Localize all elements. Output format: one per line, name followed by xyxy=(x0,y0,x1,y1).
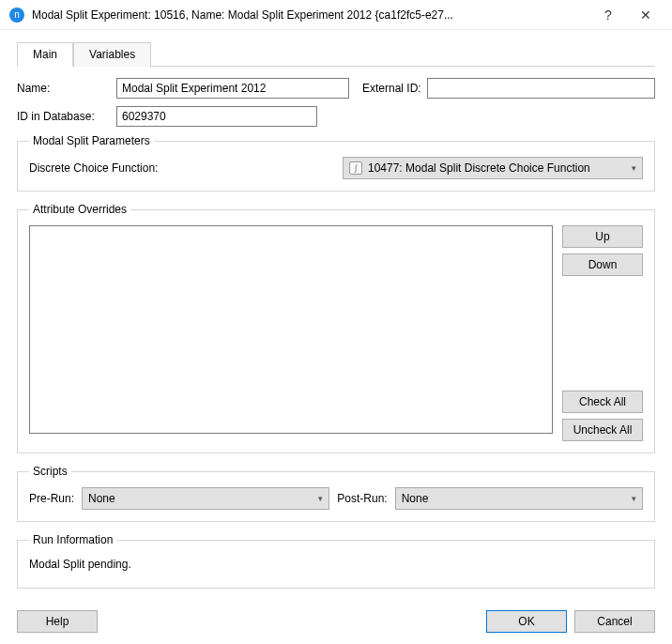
dialog-footer: Help OK Cancel xyxy=(17,610,655,633)
run-info-legend: Run Information xyxy=(29,533,116,546)
run-info-text: Modal Split pending. xyxy=(29,556,643,576)
tab-variables[interactable]: Variables xyxy=(73,42,151,67)
external-id-label: External ID: xyxy=(362,82,421,95)
check-all-button[interactable]: Check All xyxy=(562,391,643,413)
scripts-group: Scripts Pre-Run: None ▾ Post-Run: None ▾ xyxy=(17,465,655,522)
scripts-legend: Scripts xyxy=(29,465,71,478)
chevron-down-icon: ▾ xyxy=(632,163,636,173)
tab-main[interactable]: Main xyxy=(17,42,73,67)
app-icon: n xyxy=(9,8,24,23)
pre-run-value: None xyxy=(88,492,313,505)
up-button[interactable]: Up xyxy=(562,225,643,248)
cancel-button[interactable]: Cancel xyxy=(574,610,655,633)
help-icon[interactable]: ? xyxy=(589,2,627,28)
attribute-list-buttons: Up Down Check All Uncheck All xyxy=(562,225,643,441)
dbid-label: ID in Database: xyxy=(17,110,111,123)
post-run-dropdown[interactable]: None ▾ xyxy=(395,487,643,510)
window-title: Modal Split Experiment: 10516, Name: Mod… xyxy=(32,8,589,22)
dcf-selected-text: 10477: Modal Split Discrete Choice Funct… xyxy=(368,161,626,175)
attribute-overrides-legend: Attribute Overrides xyxy=(29,203,130,216)
tabstrip: Main Variables xyxy=(17,41,655,67)
titlebar: n Modal Split Experiment: 10516, Name: M… xyxy=(0,0,672,30)
run-info-group: Run Information Modal Split pending. xyxy=(17,533,655,589)
chevron-down-icon: ▾ xyxy=(318,494,323,503)
post-run-value: None xyxy=(402,492,626,505)
pre-run-label: Pre-Run: xyxy=(29,492,74,505)
dialog-content: Main Variables Name: External ID: ID in … xyxy=(0,30,672,611)
modal-split-legend: Modal Split Parameters xyxy=(29,134,154,147)
row-dbid: ID in Database: xyxy=(17,106,655,127)
dcf-dropdown[interactable]: ∫ 10477: Modal Split Discrete Choice Fun… xyxy=(343,157,643,179)
modal-split-group: Modal Split Parameters Discrete Choice F… xyxy=(17,134,655,192)
close-icon[interactable]: ✕ xyxy=(627,2,664,28)
chevron-down-icon: ▾ xyxy=(632,494,636,503)
ok-button[interactable]: OK xyxy=(486,610,567,633)
external-id-input[interactable] xyxy=(427,78,655,99)
dbid-input[interactable] xyxy=(116,106,317,127)
name-label: Name: xyxy=(17,82,111,95)
uncheck-all-button[interactable]: Uncheck All xyxy=(562,419,643,441)
help-button[interactable]: Help xyxy=(17,610,98,633)
post-run-label: Post-Run: xyxy=(337,492,387,505)
name-input[interactable] xyxy=(116,78,349,99)
attribute-overrides-group: Attribute Overrides Up Down Check All Un… xyxy=(17,203,655,453)
dcf-label: Discrete Choice Function: xyxy=(29,161,158,175)
pre-run-dropdown[interactable]: None ▾ xyxy=(82,487,329,510)
down-button[interactable]: Down xyxy=(562,253,643,276)
attribute-overrides-list[interactable] xyxy=(29,225,553,434)
row-name: Name: External ID: xyxy=(17,78,655,99)
function-icon: ∫ xyxy=(349,161,362,175)
